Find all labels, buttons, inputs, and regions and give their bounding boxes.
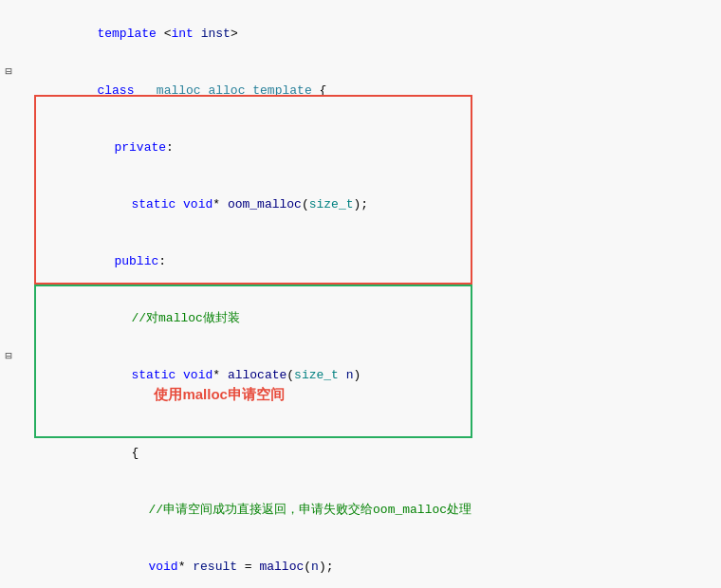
- line-10: void* result = malloc(n);: [0, 539, 721, 588]
- code-line-10: void* result = malloc(n);: [34, 539, 721, 588]
- gutter-2: ⊟: [0, 63, 21, 82]
- code-content: template <int inst> ⊟ class __malloc_all…: [0, 0, 721, 588]
- gutter-7: ⊟: [0, 347, 21, 366]
- line-1: template <int inst>: [0, 6, 721, 63]
- code-line-7: static void* allocate(size_t n) 使用malloc…: [34, 347, 721, 425]
- line-7: ⊟ static void* allocate(size_t n) 使用mall…: [0, 347, 721, 425]
- line-3: private:: [0, 119, 721, 176]
- code-line-4: static void* oom_malloc(size_t);: [34, 176, 721, 233]
- line-2: ⊟ class __malloc_alloc_template {: [0, 63, 721, 119]
- annotation-malloc: 使用malloc申请空间: [154, 386, 285, 402]
- code-line-8: {: [34, 425, 721, 482]
- line-8: {: [0, 425, 721, 482]
- code-line-6: //对malloc做封装: [34, 290, 721, 347]
- line-9: //申请空间成功直接返回，申请失败交给oom_malloc处理: [0, 482, 721, 539]
- code-line-2: class __malloc_alloc_template {: [34, 63, 721, 119]
- code-editor: template <int inst> ⊟ class __malloc_all…: [0, 0, 721, 588]
- line-4: static void* oom_malloc(size_t);: [0, 176, 721, 233]
- code-line-1: template <int inst>: [34, 6, 721, 63]
- code-line-5: public:: [34, 233, 721, 290]
- code-line-9: //申请空间成功直接返回，申请失败交给oom_malloc处理: [34, 482, 721, 539]
- line-5: public:: [0, 233, 721, 290]
- code-line-3: private:: [34, 119, 721, 176]
- line-6: //对malloc做封装: [0, 290, 721, 347]
